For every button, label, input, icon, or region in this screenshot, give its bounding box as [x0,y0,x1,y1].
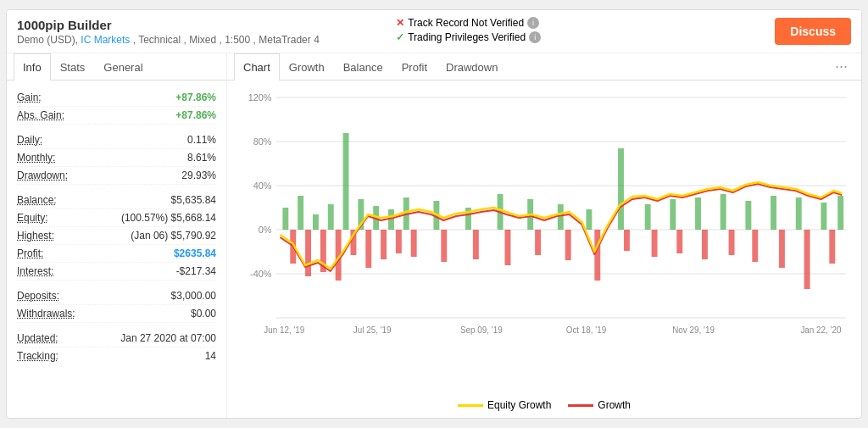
drawdown-value: 29.93% [181,170,216,181]
highest-label: Highest: [17,230,54,242]
legend-growth-label: Growth [598,399,631,411]
abs-gain-value: +87.86% [175,109,216,121]
app-title: 1000pip Builder [17,18,396,32]
abs-gain-label: Abs. Gain: [17,109,64,121]
svg-rect-51 [624,230,630,251]
highest-row: Highest: (Jan 06) $5,790.92 [17,227,216,245]
main-container: 1000pip Builder Demo (USD), IC Markets ,… [6,9,862,419]
track-record-label: Track Record Not Verified [408,17,524,29]
svg-text:Sep 09, '19: Sep 09, '19 [460,325,503,335]
svg-rect-13 [313,214,319,230]
discuss-button[interactable]: Discuss [775,18,851,45]
equity-row: Equity: (100.57%) $5,668.14 [17,209,216,227]
profit-value: $2635.84 [174,247,216,259]
header-center: ✕ Track Record Not Verified i ✓ Trading … [396,17,775,46]
svg-text:40%: 40% [253,181,272,191]
chart-tab-chart[interactable]: Chart [234,53,280,81]
svg-rect-37 [305,230,311,276]
interest-row: Interest: -$217.34 [17,263,216,281]
tab-general[interactable]: General [94,53,152,81]
daily-value: 0.11% [187,134,216,146]
ic-markets-link[interactable]: IC Markets [81,34,130,46]
chart-legend: Equity Growth Growth [227,394,861,418]
svg-rect-34 [821,203,826,230]
trading-privileges-info-icon[interactable]: i [529,31,541,43]
legend-equity-label: Equity Growth [487,399,551,411]
track-record-row: ✕ Track Record Not Verified i [396,17,775,29]
svg-rect-53 [676,230,682,253]
balance-value: $5,635.84 [171,194,216,206]
svg-rect-15 [343,133,349,230]
daily-row: Daily: 0.11% [17,131,216,149]
dots-menu-icon[interactable]: ··· [828,54,854,79]
tracking-row: Tracking: 14 [17,347,216,364]
svg-rect-43 [396,230,402,253]
left-tabs-bar: Info Stats General [7,53,226,81]
svg-rect-29 [695,197,701,230]
drawdown-label: Drawdown: [17,170,68,181]
header-subtitle: Demo (USD), IC Markets , Technical , Mix… [17,34,396,46]
svg-rect-49 [565,230,571,260]
svg-text:Nov 29, '19: Nov 29, '19 [672,325,715,335]
chart-tab-drawdown[interactable]: Drawdown [437,53,507,81]
svg-rect-45 [441,230,447,262]
trading-privileges-row: ✓ Trading Privileges Verified i [396,31,775,43]
svg-rect-57 [779,230,785,268]
trading-privileges-label: Trading Privileges Verified [408,31,526,43]
monthly-value: 8.61% [187,152,216,164]
header-left: 1000pip Builder Demo (USD), IC Markets ,… [17,18,396,46]
highest-value: (Jan 06) $5,790.92 [131,230,216,242]
svg-rect-27 [645,204,651,230]
svg-rect-54 [702,230,708,259]
svg-rect-31 [745,201,751,230]
chart-tab-growth[interactable]: Growth [280,53,334,81]
monthly-label: Monthly: [17,152,55,164]
equity-value: (100.57%) $5,668.14 [121,212,216,224]
chart-tab-balance[interactable]: Balance [334,53,392,81]
svg-rect-30 [721,194,726,230]
svg-text:120%: 120% [248,92,272,103]
svg-rect-46 [473,230,479,259]
svg-rect-32 [771,196,776,230]
deposits-value: $3,000.00 [171,290,216,302]
legend-equity-line [458,404,483,407]
withdrawals-row: Withdrawals: $0.00 [17,305,216,323]
drawdown-row: Drawdown: 29.93% [17,167,216,185]
svg-rect-44 [411,230,417,257]
svg-rect-59 [829,230,835,264]
header-right: Discuss [775,18,851,45]
svg-rect-42 [381,230,387,259]
updated-row: Updated: Jan 27 2020 at 07:00 [17,330,216,347]
svg-rect-33 [796,197,802,230]
tab-stats[interactable]: Stats [51,53,95,81]
tab-info[interactable]: Info [14,53,51,81]
svg-text:80%: 80% [253,136,272,147]
svg-text:Jul 25, '19: Jul 25, '19 [353,325,392,335]
balance-row: Balance: $5,635.84 [17,192,216,209]
svg-rect-24 [558,204,564,230]
track-record-info-icon[interactable]: i [527,17,539,29]
svg-rect-25 [586,209,592,230]
svg-rect-41 [365,230,371,268]
svg-rect-12 [298,196,303,230]
chart-area: 120% 80% 40% 0% -40% [227,81,861,394]
check-icon: ✓ [396,31,404,43]
svg-text:0%: 0% [259,225,272,235]
chart-svg: 120% 80% 40% 0% -40% [234,89,854,352]
gain-label: Gain: [17,92,42,103]
equity-label: Equity: [17,212,48,224]
right-panel: Chart Growth Balance Profit Drawdown ··· [227,53,861,418]
stats-section: Gain: +87.86% Abs. Gain: +87.86% Daily: … [7,81,226,373]
x-icon: ✕ [396,17,404,29]
interest-value: -$217.34 [176,265,216,277]
svg-text:Oct 18, '19: Oct 18, '19 [566,325,607,335]
profit-row: Profit: $2635.84 [17,245,216,263]
monthly-row: Monthly: 8.61% [17,149,216,167]
legend-growth-line [568,404,593,407]
svg-rect-55 [729,230,735,255]
chart-tab-profit[interactable]: Profit [392,53,437,81]
svg-rect-35 [837,196,843,230]
gain-row: Gain: +87.86% [17,89,216,107]
abs-gain-row: Abs. Gain: +87.86% [17,107,216,125]
interest-label: Interest: [17,265,53,277]
